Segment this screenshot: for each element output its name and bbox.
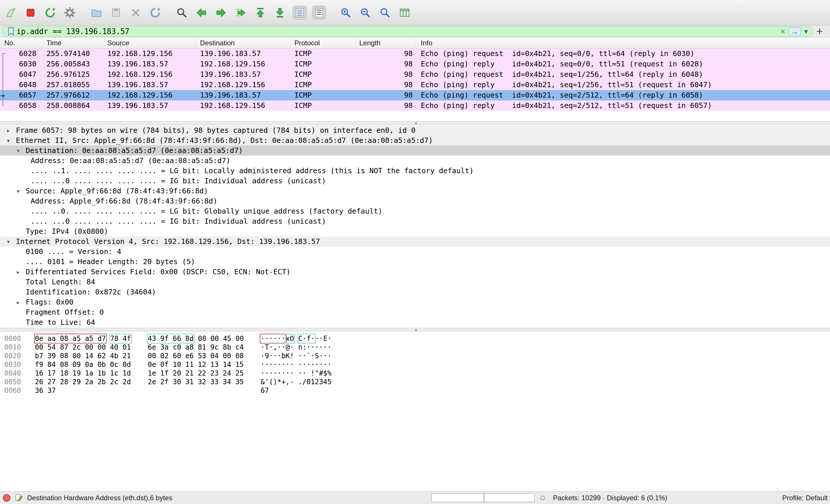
- hex-row[interactable]: 0030f9 84 08 09 0a 0b 0c 0d0e 0f 10 11 1…: [4, 360, 830, 369]
- go-to-packet-button[interactable]: [234, 6, 248, 20]
- filter-clear-button[interactable]: ×: [780, 27, 785, 36]
- related-field-bytes[interactable]: 78 4f: [110, 335, 131, 343]
- tree-row-src-address[interactable]: Address: Apple_9f:66:8d (78:4f:43:9f:66:…: [0, 196, 830, 206]
- hex-row[interactable]: 0020b7 39 08 00 14 62 4b 2100 02 60 e6 5…: [4, 352, 830, 360]
- hex-row[interactable]: 00000e aa 08 a5 a5 d778 4f43 9f 66 8d08 …: [4, 334, 830, 343]
- tree-row-dest-address[interactable]: Address: 0e:aa:08:a5:a5:d7 (0e:aa:08:a5:…: [0, 156, 830, 166]
- go-first-packet-button[interactable]: [253, 6, 267, 20]
- tree-row-version[interactable]: 0100 .... = Version: 4: [0, 247, 830, 257]
- hex-bytes[interactable]: 6e 3a c0 a8 81 9c 8b c4: [148, 343, 248, 352]
- tree-row-flags[interactable]: Flags: 0x00: [0, 297, 830, 307]
- packet-row-selected[interactable]: → 6057 257.976612 192.168.129.156 139.19…: [0, 90, 830, 100]
- hex-row[interactable]: 006036 3767: [4, 386, 830, 395]
- tree-row-identification[interactable]: Identification: 0x872c (34604): [0, 287, 830, 297]
- filter-add-button[interactable]: +: [812, 25, 827, 37]
- column-header-time[interactable]: Time: [43, 37, 105, 48]
- display-filter-input[interactable]: [17, 27, 778, 36]
- tree-row-source[interactable]: Source: Apple_9f:66:8d (78:4f:43:9f:66:8…: [0, 186, 830, 196]
- find-packet-button[interactable]: [175, 6, 189, 20]
- tree-row-lg-bit[interactable]: .... ..1. .... .... .... .... = LG bit: …: [0, 166, 830, 176]
- capture-options-button[interactable]: [63, 6, 77, 20]
- tree-row-total-length[interactable]: Total Length: 84: [0, 277, 830, 287]
- display-filter-field[interactable]: × → ▾: [3, 26, 812, 37]
- tree-row-ipv4[interactable]: Internet Protocol Version 4, Src: 192.16…: [0, 237, 830, 247]
- hex-bytes[interactable]: 08 00 45 00: [198, 335, 244, 343]
- packet-row[interactable]: 6047 256.976125 192.168.129.156 139.196.…: [0, 69, 830, 80]
- reload-file-button[interactable]: [148, 6, 162, 20]
- hex-bytes[interactable]: 00 54 87 2c 00 00 40 01: [35, 343, 135, 352]
- pane-splitter[interactable]: [0, 121, 830, 125]
- chevron-right-icon[interactable]: [6, 126, 16, 136]
- column-header-info[interactable]: Info: [416, 37, 830, 48]
- hex-bytes[interactable]: 36 37: [35, 386, 135, 395]
- tree-row-type[interactable]: Type: IPv4 (0x0800): [0, 226, 830, 237]
- zoom-out-button[interactable]: [358, 6, 372, 20]
- related-field-bytes[interactable]: 43 9f 66 8d: [148, 335, 194, 343]
- tree-row-label: Destination: 0e:aa:08:a5:a5:d7 (0e:aa:08…: [26, 146, 243, 155]
- auto-scroll-icon: [294, 7, 305, 19]
- auto-scroll-button[interactable]: [293, 6, 307, 20]
- stop-capture-button[interactable]: [24, 6, 37, 20]
- zoom-reset-button[interactable]: [378, 6, 392, 20]
- packet-row[interactable]: 6048 257.018055 139.196.183.57 192.168.1…: [0, 80, 830, 90]
- go-back-button[interactable]: [194, 6, 209, 20]
- hex-bytes[interactable]: 00 02 60 e6 53 04 00 08: [148, 352, 248, 360]
- tree-row-header-length[interactable]: .... 0101 = Header Length: 20 bytes (5): [0, 257, 830, 267]
- selected-field-bytes[interactable]: 0e aa 08 a5 a5 d7: [35, 335, 106, 343]
- hex-row[interactable]: 004016 17 18 19 1a 1b 1c 1d1e 1f 20 21 2…: [4, 369, 830, 378]
- restart-capture-button[interactable]: [43, 6, 57, 20]
- tree-row-destination-selected[interactable]: Destination: 0e:aa:08:a5:a5:d7 (0e:aa:08…: [0, 146, 830, 156]
- hex-bytes[interactable]: b7 39 08 00 14 62 4b 21: [35, 352, 135, 360]
- colorize-packets-button[interactable]: [312, 6, 326, 20]
- column-header-source[interactable]: Source: [105, 37, 196, 48]
- hex-bytes[interactable]: 2e 2f 30 31 32 33 34 35: [148, 378, 248, 386]
- tree-row-ig-bit[interactable]: .... ...0 .... .... .... .... = IG bit: …: [0, 216, 830, 226]
- filter-bookmark-button[interactable]: [7, 27, 15, 36]
- tree-row-fragment-offset[interactable]: Fragment Offset: 0: [0, 307, 830, 317]
- zoom-in-button[interactable]: [339, 6, 353, 20]
- expert-info-icon[interactable]: [3, 494, 10, 502]
- hex-bytes[interactable]: 26 27 28 29 2a 2b 2c 2d: [35, 378, 135, 386]
- pane-splitter[interactable]: [0, 328, 830, 332]
- hex-bytes[interactable]: 16 17 18 19 1a 1b 1c 1d: [35, 369, 135, 378]
- go-forward-button[interactable]: [214, 6, 228, 20]
- capture-comment-pencil-icon[interactable]: [14, 494, 23, 502]
- packet-row[interactable]: 6058 258.008864 139.196.183.57 192.168.1…: [0, 100, 830, 111]
- zoom-group: [339, 6, 412, 20]
- chevron-down-icon[interactable]: [6, 237, 16, 247]
- chevron-down-icon[interactable]: [16, 186, 26, 196]
- file-group: [90, 6, 162, 20]
- hex-bytes[interactable]: f9 84 08 09 0a 0b 0c 0d: [35, 360, 135, 369]
- column-header-destination[interactable]: Destination: [196, 37, 291, 48]
- chevron-right-icon[interactable]: [16, 297, 26, 308]
- save-file-button[interactable]: [109, 6, 123, 20]
- tree-row-frame[interactable]: Frame 6057: 98 bytes on wire (784 bits),…: [0, 125, 830, 135]
- chevron-down-icon[interactable]: [16, 146, 26, 156]
- packet-row[interactable]: 6030 256.005843 139.196.183.57 192.168.1…: [0, 59, 830, 69]
- ascii-selected: ······: [261, 335, 286, 343]
- tree-row-ethernet[interactable]: Ethernet II, Src: Apple_9f:66:8d (78:4f:…: [0, 135, 830, 146]
- hex-bytes[interactable]: 0e 0f 10 11 12 13 14 15: [148, 360, 248, 369]
- tree-row-lg-bit[interactable]: .... ..0. .... .... .... .... = LG bit: …: [0, 206, 830, 216]
- column-header-length[interactable]: Length: [356, 37, 416, 48]
- hex-bytes[interactable]: 1e 1f 20 21 22 23 24 25: [148, 369, 248, 378]
- hex-row[interactable]: 001000 54 87 2c 00 00 40 016e 3a c0 a8 8…: [4, 343, 830, 352]
- open-file-button[interactable]: [90, 6, 103, 20]
- resize-columns-button[interactable]: [398, 6, 412, 20]
- filter-apply-button[interactable]: →: [789, 27, 801, 36]
- go-last-packet-button[interactable]: [273, 6, 287, 20]
- chevron-right-icon[interactable]: [16, 267, 26, 277]
- restart-arrow-icon: [44, 7, 56, 19]
- column-header-no[interactable]: No.: [0, 37, 43, 48]
- packet-row[interactable]: 6028 255.974140 192.168.129.156 139.196.…: [0, 49, 830, 59]
- chevron-down-icon[interactable]: [6, 136, 16, 146]
- column-header-protocol[interactable]: Protocol: [291, 37, 356, 48]
- tree-row-ig-bit[interactable]: .... ...0 .... .... .... .... = IG bit: …: [0, 176, 830, 186]
- hex-row[interactable]: 005026 27 28 29 2a 2b 2c 2d2e 2f 30 31 3…: [4, 378, 830, 386]
- tree-row-ttl[interactable]: Time to Live: 64: [0, 317, 830, 327]
- start-capture-button[interactable]: [4, 6, 18, 20]
- filter-dropdown-chevron-icon[interactable]: ▾: [804, 27, 808, 35]
- status-profile[interactable]: Profile: Default: [783, 492, 828, 504]
- close-file-button[interactable]: [129, 6, 142, 20]
- tree-row-dsf[interactable]: Differentiated Services Field: 0x00 (DSC…: [0, 267, 830, 277]
